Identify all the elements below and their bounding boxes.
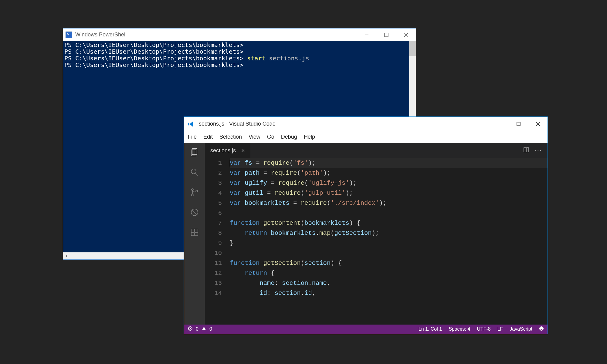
explorer-icon[interactable]: [189, 147, 200, 157]
tab-sections-js[interactable]: sections.js ×: [205, 143, 251, 158]
menu-view[interactable]: View: [249, 134, 260, 140]
powershell-icon: [66, 32, 72, 38]
menu-file[interactable]: File: [188, 134, 197, 140]
editor-tabs: sections.js × ···: [205, 143, 548, 158]
code-line[interactable]: var uglify = require('uglify-js');: [230, 178, 548, 188]
code-line[interactable]: id: section.id,: [230, 288, 548, 298]
menu-selection[interactable]: Selection: [219, 134, 242, 140]
maximize-button[interactable]: [376, 29, 396, 41]
menu-help[interactable]: Help: [304, 134, 315, 140]
line-number: 6: [205, 208, 222, 218]
vscode-title: sections.js - Visual Studio Code: [199, 121, 489, 127]
line-number: 5: [205, 198, 222, 208]
powershell-titlebar[interactable]: Windows PowerShell: [63, 29, 416, 41]
search-icon[interactable]: [189, 167, 200, 177]
svg-line-16: [192, 210, 197, 215]
line-number: 7: [205, 218, 222, 228]
tab-close-icon[interactable]: ×: [241, 147, 245, 154]
vscode-main: sections.js × ··· 1234567891011121314 va…: [184, 143, 548, 325]
scroll-left-button[interactable]: [63, 252, 70, 259]
svg-line-11: [195, 173, 198, 176]
maximize-button[interactable]: [509, 117, 528, 131]
svg-point-13: [192, 194, 193, 196]
code-line[interactable]: }: [230, 238, 548, 248]
menu-go[interactable]: Go: [267, 134, 274, 140]
line-number: 11: [205, 258, 222, 268]
line-number: 8: [205, 228, 222, 238]
vscode-menubar: FileEditSelectionViewGoDebugHelp: [184, 131, 548, 143]
close-button[interactable]: [396, 29, 416, 41]
menu-debug[interactable]: Debug: [281, 134, 297, 140]
code-line[interactable]: return bookmarklets.map(getSection);: [230, 228, 548, 238]
tab-label: sections.js: [210, 147, 236, 154]
code-line[interactable]: function getContent(bookmarklets) {: [230, 218, 548, 228]
code-line[interactable]: return {: [230, 268, 548, 278]
scrollbar-thumb[interactable]: [409, 41, 416, 56]
code-lines[interactable]: var fs = require('fs');var path = requir…: [230, 158, 548, 325]
terminal-line: PS C:\Users\IEUser\Desktop\Projects\book…: [64, 48, 415, 55]
svg-rect-17: [191, 229, 194, 232]
eol[interactable]: LF: [497, 326, 503, 332]
line-number: 13: [205, 278, 222, 288]
vscode-titlebar[interactable]: sections.js - Visual Studio Code: [184, 117, 548, 131]
close-button[interactable]: [528, 117, 548, 131]
line-number: 4: [205, 188, 222, 198]
code-line[interactable]: function getSection(section) {: [230, 258, 548, 268]
vscode-logo-icon: [187, 120, 195, 128]
svg-rect-19: [191, 233, 194, 236]
svg-rect-5: [517, 122, 520, 126]
svg-point-28: [542, 328, 543, 328]
svg-rect-18: [195, 229, 198, 232]
line-number-gutter: 1234567891011121314: [205, 158, 230, 325]
language-mode[interactable]: JavaScript: [510, 326, 532, 332]
editor-actions: ···: [523, 143, 548, 158]
code-line[interactable]: var path = require('path');: [230, 168, 548, 178]
svg-point-26: [539, 326, 544, 331]
extensions-icon[interactable]: [189, 227, 200, 238]
editor-area: sections.js × ··· 1234567891011121314 va…: [205, 143, 548, 325]
menu-edit[interactable]: Edit: [203, 134, 213, 140]
terminal-line: PS C:\Users\IEUser\Desktop\Projects\book…: [64, 55, 415, 62]
encoding[interactable]: UTF-8: [477, 326, 490, 332]
errors-count[interactable]: 0: [196, 326, 198, 332]
svg-point-10: [191, 169, 196, 174]
code-line[interactable]: [230, 208, 548, 218]
line-number: 2: [205, 168, 222, 178]
code-line[interactable]: name: section.name,: [230, 278, 548, 288]
debug-icon[interactable]: [189, 207, 200, 217]
svg-point-14: [196, 190, 198, 192]
feedback-icon[interactable]: [539, 326, 544, 332]
line-number: 14: [205, 288, 222, 298]
line-number: 3: [205, 178, 222, 188]
code-line[interactable]: var fs = require('fs');: [230, 158, 548, 168]
minimize-button[interactable]: [357, 29, 376, 41]
minimize-button[interactable]: [489, 117, 509, 131]
line-number: 1: [205, 158, 222, 168]
svg-rect-20: [195, 233, 198, 236]
status-bar: 0 0 Ln 1, Col 1 Spaces: 4 UTF-8 LF JavaS…: [184, 325, 548, 334]
more-actions-icon[interactable]: ···: [535, 147, 542, 154]
cursor-position[interactable]: Ln 1, Col 1: [419, 326, 442, 332]
errors-indicator[interactable]: [188, 326, 193, 332]
source-control-icon[interactable]: [189, 187, 200, 197]
svg-point-27: [541, 328, 541, 328]
vscode-window: sections.js - Visual Studio Code FileEdi…: [184, 116, 548, 334]
line-number: 12: [205, 268, 222, 278]
svg-rect-1: [385, 33, 388, 37]
terminal-line: PS C:\Users\IEUser\Desktop\Projects\book…: [64, 42, 415, 48]
warnings-count[interactable]: 0: [209, 326, 212, 332]
line-number: 10: [205, 248, 222, 258]
terminal-line: PS C:\Users\IEUser\Desktop\Projects\book…: [64, 62, 415, 68]
line-number: 9: [205, 238, 222, 248]
indentation[interactable]: Spaces: 4: [449, 326, 470, 332]
split-editor-icon[interactable]: [523, 147, 529, 154]
activity-bar: [184, 143, 205, 325]
code-line[interactable]: var bookmarklets = require('./src/index'…: [230, 198, 548, 208]
svg-point-12: [192, 189, 193, 190]
code-line[interactable]: [230, 248, 548, 258]
code-line[interactable]: var gutil = require('gulp-util');: [230, 188, 548, 198]
code-editor[interactable]: 1234567891011121314 var fs = require('fs…: [205, 158, 548, 325]
warnings-indicator[interactable]: [202, 326, 206, 332]
powershell-title: Windows PowerShell: [75, 32, 357, 38]
